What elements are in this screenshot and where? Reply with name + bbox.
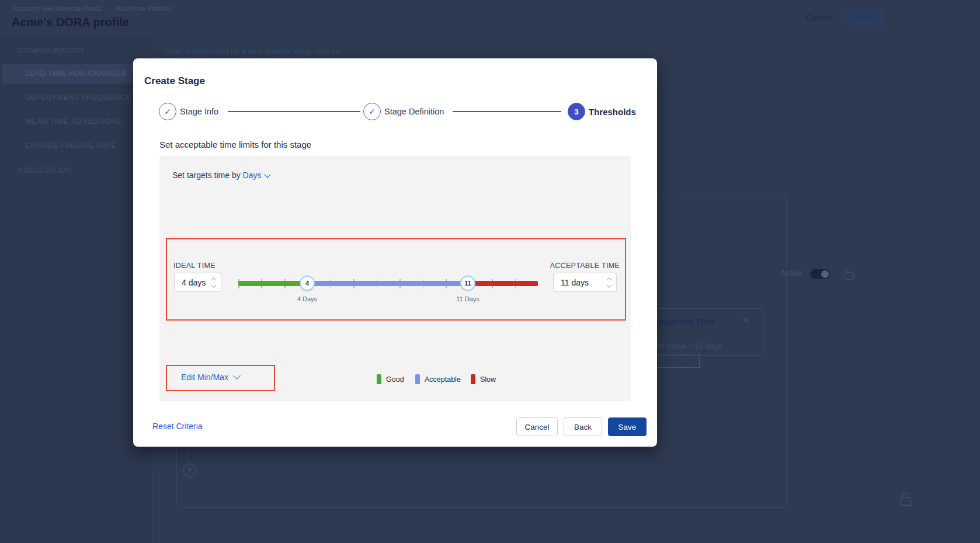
step-1-check-icon[interactable]: ✓ [159, 103, 176, 120]
toggle-knob [821, 270, 829, 278]
add-stage-button[interactable]: + [183, 464, 196, 477]
breadcrumb-account[interactable]: Account: SEI-Internal-Prod2 [12, 5, 103, 13]
sidebar: CONFIGURATION LEAD TIME FOR CHANGES DEPL… [0, 36, 152, 543]
step-2-label[interactable]: Stage Definition [384, 107, 444, 116]
slider-handle-upper[interactable]: 11 [460, 276, 475, 291]
sidebar-item-lead-time-for-changes[interactable]: LEAD TIME FOR CHANGES [25, 69, 127, 78]
ideal-time-value: 4 days [182, 278, 206, 287]
step-3-label: Thresholds [589, 107, 636, 117]
cancel-button[interactable]: Cancel [516, 417, 558, 436]
sidebar-group-configuration[interactable]: CONFIGURATION [18, 46, 84, 55]
legend-swatch-slow [471, 374, 475, 384]
legend-label-slow: Slow [480, 375, 496, 384]
legend-swatch-acceptable [415, 374, 420, 384]
create-stage-modal: Create Stage ✓ Stage Info ✓ Stage Defini… [133, 58, 657, 447]
active-toggle-label: Active [780, 269, 802, 278]
target-time-row: Set targets time by Days [172, 170, 270, 180]
slider-upper-value-label: 11 Days [453, 295, 482, 302]
slider-handle-lower[interactable]: 4 [300, 276, 315, 291]
unlock-icon [901, 497, 911, 506]
step-connector-1 [228, 111, 360, 112]
lock-icon [845, 272, 854, 280]
acceptable-time-stepper[interactable] [607, 278, 611, 287]
screen: { "page": { "breadcrumb": {"account": "A… [0, 0, 980, 543]
save-button[interactable]: Save [608, 417, 647, 436]
edit-pencil-icon[interactable]: ✎ [743, 316, 750, 326]
active-toggle[interactable] [810, 269, 830, 279]
legend-label-acceptable: Acceptable [425, 375, 461, 384]
edit-minmax-annotation-box: Edit Min/Max [166, 365, 275, 391]
step-1-label[interactable]: Stage Info [180, 107, 218, 116]
back-button[interactable]: Back [564, 417, 602, 436]
thresholds-panel: Set targets time by Days IDEAL TIME 4 da… [159, 156, 631, 401]
chevron-down-icon [233, 372, 241, 380]
threshold-range-slider: 4 11 4 Days 11 Days [238, 276, 538, 309]
edit-minmax-button[interactable]: Edit Min/Max [181, 373, 239, 382]
legend-swatch-good [377, 374, 381, 384]
breadcrumb-chevron-icon: › [108, 5, 110, 13]
breadcrumb-workflow-profiles[interactable]: Workflow Profiles [116, 5, 172, 13]
reset-criteria-link[interactable]: Reset Criteria [152, 422, 203, 431]
stepper-up-icon[interactable] [211, 277, 216, 282]
step-connector-2 [453, 111, 561, 112]
task-note-text: Note: A task could be a new feature, sto… [165, 47, 344, 56]
header-cancel-button[interactable]: Cancel [801, 9, 837, 25]
target-time-label: Set targets time by [172, 170, 241, 180]
slider-segment-slow [468, 281, 538, 286]
ideal-time-input[interactable]: 4 days [174, 273, 221, 292]
sidebar-item-deployment-frequency[interactable]: DEPLOYMENT FREQUENCY [25, 93, 131, 102]
stepper-down-icon[interactable] [211, 283, 216, 287]
legend-label-good: Good [386, 375, 404, 384]
step-2-check-icon[interactable]: ✓ [363, 103, 381, 120]
modal-title: Create Stage [144, 75, 205, 87]
stepper-down-icon[interactable] [607, 283, 611, 287]
sidebar-item-mean-time-to-restore[interactable]: MEAN TIME TO RESTORE [25, 117, 121, 126]
ideal-time-label: IDEAL TIME [173, 262, 216, 270]
page-title: Acme's DORA profile [12, 16, 129, 29]
acceptable-time-input[interactable]: 11 days [553, 273, 617, 292]
acceptable-time-label: ACCEPTABLE TIME [550, 262, 620, 270]
sidebar-item-change-failure-rate[interactable]: CHANGE FAILURE RATE [25, 141, 116, 149]
sidebar-group-association[interactable]: ASSOCIATION [18, 166, 71, 175]
acceptable-time-value: 11 days [561, 278, 589, 287]
slider-segment-acceptable [307, 281, 468, 286]
stepper-up-icon[interactable] [607, 277, 611, 282]
ideal-time-stepper[interactable] [212, 278, 216, 287]
approval-time-title: Approval Time [658, 317, 715, 326]
slider-segment-good [238, 281, 307, 286]
stage-connector-dashed-line [189, 447, 189, 462]
modal-subtitle: Set acceptable time limits for this stag… [159, 140, 311, 149]
slider-lower-value-label: 4 Days [293, 295, 322, 302]
header-save-button[interactable]: Save [846, 9, 884, 26]
time-limits-annotation-box: IDEAL TIME 4 days 4 11 4 Days 11 Days AC… [166, 238, 626, 321]
step-3-number-badge[interactable]: 3 [568, 103, 585, 120]
breadcrumb: Account: SEI-Internal-Prod2›Workflow Pro… [12, 5, 172, 13]
chevron-down-icon [264, 171, 270, 177]
target-time-unit-dropdown[interactable]: Days [243, 170, 270, 180]
